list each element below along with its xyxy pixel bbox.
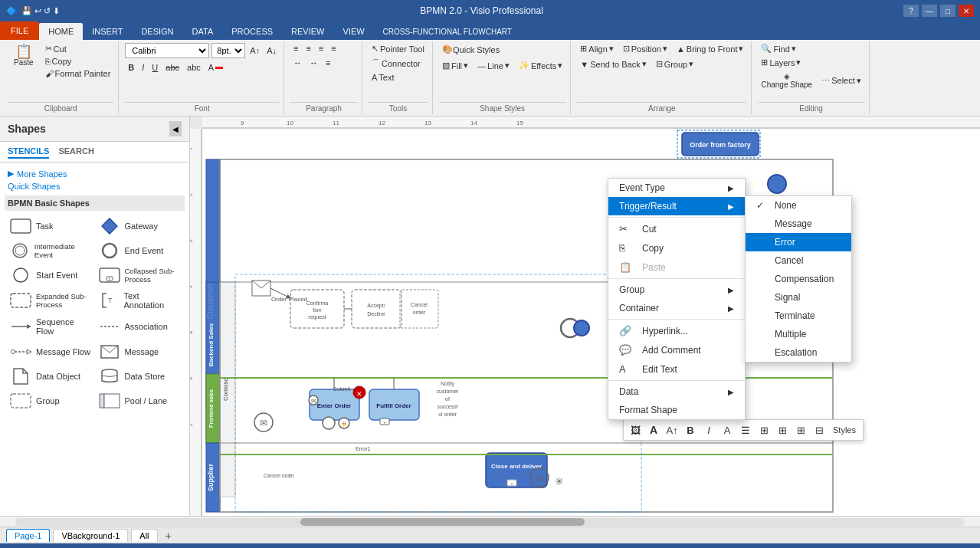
shape-collapsed-subprocess[interactable]: + Collapsed Sub-Process xyxy=(97,264,182,286)
maximize-btn[interactable]: □ xyxy=(940,5,955,17)
ctx-copy[interactable]: ⎘ Copy xyxy=(608,238,745,258)
more-shapes-link[interactable]: ▶ More Shapes xyxy=(5,167,185,180)
ctx-edit-text[interactable]: A Edit Text xyxy=(608,359,745,379)
tab-search[interactable]: SEARCH xyxy=(58,145,93,159)
ctx-hyperlink[interactable]: 🔗 Hyperlink... xyxy=(608,321,745,340)
align-center-btn[interactable]: ≡ xyxy=(303,43,313,54)
shape-group[interactable]: Group xyxy=(8,390,93,412)
pointer-tool-btn[interactable]: ↖ Pointer Tool xyxy=(369,43,428,54)
ctx-format-shape[interactable]: Format Shape xyxy=(608,401,745,419)
underline-btn[interactable]: U xyxy=(149,62,161,73)
indent-btn[interactable]: ↔ xyxy=(290,57,305,68)
shape-message[interactable]: Message xyxy=(97,341,182,363)
quick-access[interactable]: 💾 ↩ ↺ ⬇ xyxy=(21,6,60,16)
change-shape-btn[interactable]: ◈ Change Shape xyxy=(758,71,815,90)
quick-shapes-link[interactable]: Quick Shapes xyxy=(5,180,185,192)
page-tab-vbackground[interactable]: VBackground-1 xyxy=(53,529,128,542)
mini-i-btn[interactable]: I xyxy=(700,422,717,438)
subscript-btn[interactable]: abc xyxy=(184,62,204,73)
submenu-cancel[interactable]: Cancel xyxy=(746,251,851,270)
close-btn[interactable]: ✕ xyxy=(959,5,974,17)
mini-a-big-btn[interactable]: A xyxy=(645,422,662,438)
layers-btn[interactable]: ⊞ Layers ▾ xyxy=(758,57,804,68)
cut-button[interactable]: ✂ Cut xyxy=(42,43,114,54)
quick-styles-btn[interactable]: 🎨 Quick Styles xyxy=(439,43,503,56)
font-color-btn[interactable]: A xyxy=(205,62,226,73)
shape-task[interactable]: Task xyxy=(8,215,93,237)
text-btn[interactable]: A Text xyxy=(369,72,398,83)
tab-review[interactable]: REVIEW xyxy=(282,23,333,40)
submenu-compensation[interactable]: Compensation xyxy=(746,270,851,288)
shape-sequence-flow[interactable]: Sequence Flow xyxy=(8,315,93,338)
select-btn[interactable]: ⋯ Select ▾ xyxy=(818,71,864,90)
fill-btn[interactable]: ▧ Fill ▾ xyxy=(439,60,471,71)
shape-pool-lane[interactable]: Pool / Lane xyxy=(97,390,182,412)
bold-btn[interactable]: B xyxy=(125,62,137,73)
effects-btn[interactable]: ✨ Effects ▾ xyxy=(516,60,565,71)
paste-button[interactable]: 📋 Paste xyxy=(8,43,40,68)
tab-process[interactable]: PROCESS xyxy=(222,23,282,40)
ctx-add-comment[interactable]: 💬 Add Comment xyxy=(608,340,745,359)
ctx-cut[interactable]: ✂ Cut xyxy=(608,219,745,238)
decrease-font-btn[interactable]: A↓ xyxy=(264,45,279,56)
tab-insert[interactable]: INSERT xyxy=(83,23,132,40)
bring-to-front-btn[interactable]: ▲ Bring to Front ▾ xyxy=(674,43,747,54)
hscrollbar-area[interactable] xyxy=(0,516,980,527)
page-tab-1[interactable]: Page-1 xyxy=(6,529,50,542)
copy-button[interactable]: ⎘ Copy xyxy=(42,56,114,67)
add-page-btn[interactable]: + xyxy=(161,529,176,543)
tab-home[interactable]: HOME xyxy=(39,23,83,40)
mini-grid3-btn[interactable]: ⊞ xyxy=(792,422,809,438)
window-controls[interactable]: ? — □ ✕ xyxy=(903,5,974,17)
shape-intermediate-event[interactable]: Intermediate Event xyxy=(8,240,93,261)
align-left-btn[interactable]: ≡ xyxy=(290,43,301,54)
tab-design[interactable]: DESIGN xyxy=(132,23,182,40)
submenu-message[interactable]: Message xyxy=(746,215,851,233)
submenu-error[interactable]: Error xyxy=(746,233,851,251)
submenu-escalation[interactable]: Escalation xyxy=(746,343,851,362)
submenu-multiple[interactable]: Multiple xyxy=(746,325,851,343)
minimize-btn[interactable]: — xyxy=(922,5,937,17)
font-selector[interactable]: Calibri xyxy=(125,43,209,58)
tab-file[interactable]: FILE xyxy=(0,21,39,40)
diagram-canvas[interactable]: Customer Backend Sales Frontend sales Su… xyxy=(202,129,980,516)
bullets-btn[interactable]: ≡ xyxy=(323,57,333,68)
shape-text-annotation[interactable]: T Text Annotation xyxy=(97,289,182,312)
tab-crossfunctional[interactable]: CROSS-FUNCTIONAL FLOWCHART xyxy=(374,23,521,40)
submenu-none[interactable]: ✓ None xyxy=(746,196,851,215)
position-btn[interactable]: ⊡ Position ▾ xyxy=(620,43,670,54)
tab-stencils[interactable]: STENCILS xyxy=(8,145,49,159)
align-right-btn[interactable]: ≡ xyxy=(316,43,326,54)
mini-styles-btn[interactable]: Styles xyxy=(829,422,860,438)
tab-view[interactable]: VIEW xyxy=(333,23,373,40)
shape-start-event[interactable]: Start Event xyxy=(8,264,93,286)
shape-expanded-subprocess[interactable]: Expanded Sub-Process xyxy=(8,289,93,312)
mini-grid2-btn[interactable]: ⊞ xyxy=(774,422,791,438)
shape-gateway[interactable]: Gateway xyxy=(97,215,182,237)
justify-btn[interactable]: ≡ xyxy=(328,43,339,54)
shape-message-flow[interactable]: Message Flow xyxy=(8,341,93,363)
ctx-group[interactable]: Group ▶ xyxy=(608,281,745,299)
mini-b-btn[interactable]: B xyxy=(682,422,699,438)
strikethrough-btn[interactable]: abc xyxy=(162,62,182,73)
submenu-signal[interactable]: Signal xyxy=(746,288,851,307)
shape-data-store[interactable]: Data Store xyxy=(97,366,182,387)
outdent-btn[interactable]: ↔ xyxy=(306,57,321,68)
find-btn[interactable]: 🔍 Find ▾ xyxy=(758,43,798,54)
line-btn[interactable]: — Line ▾ xyxy=(474,60,513,71)
canvas-area[interactable]: 9 10 11 12 13 14 15 1 2 3 4 5 6 7 xyxy=(190,116,980,516)
shape-association[interactable]: Association xyxy=(97,315,182,338)
collapse-sidebar-btn[interactable]: ◀ xyxy=(169,121,182,136)
help-btn[interactable]: ? xyxy=(903,5,919,17)
mini-a-up-btn[interactable]: A↑ xyxy=(664,422,680,438)
increase-font-btn[interactable]: A↑ xyxy=(247,45,262,56)
submenu-terminate[interactable]: Terminate xyxy=(746,307,851,325)
ctx-container[interactable]: Container ▶ xyxy=(608,299,745,317)
mini-img-btn[interactable]: 🖼 xyxy=(627,422,644,438)
mini-grid4-btn[interactable]: ⊟ xyxy=(811,422,828,438)
connector-btn[interactable]: ⌒ Connector xyxy=(369,57,424,70)
italic-btn[interactable]: I xyxy=(139,62,147,73)
tab-data[interactable]: DATA xyxy=(183,23,223,40)
send-to-back-btn[interactable]: ▼ Send to Back ▾ xyxy=(577,58,649,70)
ctx-trigger-result[interactable]: Trigger/Result ▶ ✓ None Message Error xyxy=(608,197,745,215)
